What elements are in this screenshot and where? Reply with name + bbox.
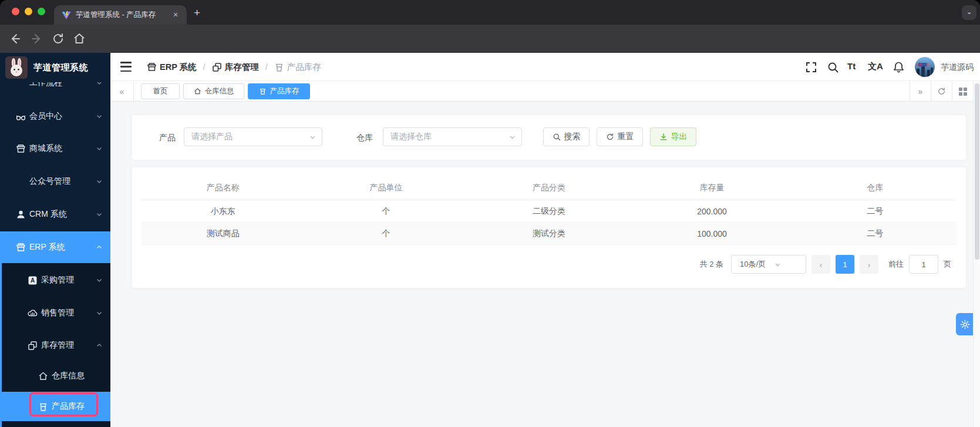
scrollbar-thumb[interactable] xyxy=(975,83,979,260)
boxes-icon xyxy=(28,341,38,351)
table-card: 产品名称 产品单位 产品分类 库存量 仓库 小东东 个 二级分类 200.000… xyxy=(132,167,966,288)
product-select[interactable]: 请选择产品 xyxy=(184,127,322,146)
tab-close-icon[interactable]: × xyxy=(170,10,181,21)
cell-product-unit: 个 xyxy=(305,206,468,217)
export-button[interactable]: 导出 xyxy=(650,127,696,146)
collapse-menu-icon[interactable] xyxy=(120,62,132,72)
purchase-icon: A xyxy=(28,275,38,285)
chevron-down-icon xyxy=(309,134,316,140)
cell-product-name: 小东东 xyxy=(142,206,305,217)
table-row[interactable]: 测试商品 个 测试分类 100.000 二号 xyxy=(142,223,957,245)
sidebar-item-mall[interactable]: 商城系统 xyxy=(0,133,110,164)
warehouse-select[interactable]: 请选择仓库 xyxy=(383,127,522,146)
column-header: 仓库 xyxy=(793,183,957,193)
tag-product-stock[interactable]: 产品库存 xyxy=(248,83,310,99)
goto-label: 前往 xyxy=(888,259,904,270)
tab-search-chevron-button[interactable]: ⌄ xyxy=(962,5,976,20)
gear-icon xyxy=(960,320,970,330)
sidebar-item-warehouse-info[interactable]: 仓库信息 xyxy=(0,361,110,391)
next-page-button[interactable]: › xyxy=(860,255,878,274)
app-logo-rabbit xyxy=(5,56,28,79)
cell-product-category: 测试分类 xyxy=(467,228,631,239)
search-button[interactable]: 搜索 xyxy=(543,127,590,146)
warehouse-filter-label: 仓库 xyxy=(356,133,373,143)
sidebar-item-crm[interactable]: CRM 系统 xyxy=(0,199,110,230)
sidebar: 芋道管理系统 工作流程 会员中心 商城系统 公众号管理 xyxy=(0,53,110,427)
chevron-down-icon xyxy=(96,310,102,316)
font-size-icon[interactable]: Tt xyxy=(847,61,856,71)
chevron-down-icon xyxy=(774,261,801,268)
annotation-highlight-box xyxy=(29,392,98,416)
stock-table: 产品名称 产品单位 产品分类 库存量 仓库 小东东 个 二级分类 200.000… xyxy=(142,176,957,245)
zoom-window-button[interactable] xyxy=(38,8,45,15)
tags-view-bar: « 首页 仓库信息 产品库存 » xyxy=(110,81,980,102)
sidebar-item-erp[interactable]: ERP 系统 xyxy=(0,231,110,263)
chevron-up-icon xyxy=(96,244,102,250)
new-tab-button[interactable]: + xyxy=(194,8,200,18)
tags-scroll-right-icon[interactable]: » xyxy=(910,81,931,102)
sidebar-item-sales[interactable]: 销售管理 xyxy=(0,298,110,328)
language-icon[interactable]: 文A xyxy=(868,61,883,72)
breadcrumb-item-product-stock: 产品库存 xyxy=(274,62,321,73)
tag-home[interactable]: 首页 xyxy=(141,83,180,99)
page-size-select[interactable]: 10条/页 xyxy=(731,255,806,274)
cell-product-name: 测试商品 xyxy=(142,228,305,239)
product-select-placeholder: 请选择产品 xyxy=(191,132,309,142)
minimize-window-button[interactable] xyxy=(25,8,32,15)
sidebar-item-member[interactable]: 会员中心 xyxy=(0,101,110,132)
pagination: 共 2 条 10条/页 ‹ 1 › 前往 页 xyxy=(700,255,951,274)
chevron-down-icon xyxy=(96,146,102,152)
tag-warehouse-info[interactable]: 仓库信息 xyxy=(183,83,244,99)
macos-window-controls[interactable] xyxy=(12,8,45,15)
table-row[interactable]: 小东东 个 二级分类 200.000 二号 xyxy=(142,200,957,223)
main-area: ERP 系统 / 库存管理 / 产品库存 Tt 文A xyxy=(110,53,980,427)
store-icon xyxy=(16,243,26,253)
current-page-button[interactable]: 1 xyxy=(836,255,854,274)
breadcrumb-item-erp[interactable]: ERP 系统 xyxy=(147,62,197,73)
tags-scroll-left-icon[interactable]: « xyxy=(110,81,134,102)
sidebar-item-stock-mgmt[interactable]: 库存管理 xyxy=(0,330,110,361)
member-icon xyxy=(16,112,26,122)
user-avatar[interactable]: 文电一通 xyxy=(915,57,935,77)
breadcrumb-item-stock-mgmt[interactable]: 库存管理 xyxy=(212,62,259,73)
forward-button[interactable] xyxy=(31,32,43,45)
user-name: 芋道源码 xyxy=(941,62,974,73)
browser-tab[interactable]: 芋道管理系统 - 产品库存 × xyxy=(54,5,187,25)
close-window-button[interactable] xyxy=(12,8,19,15)
fullscreen-icon[interactable] xyxy=(805,61,817,73)
home-button[interactable] xyxy=(73,32,86,45)
refresh-page-icon[interactable] xyxy=(931,81,952,102)
page-scrollbar[interactable] xyxy=(973,81,980,427)
reset-button[interactable]: 重置 xyxy=(597,127,643,146)
pagination-total: 共 2 条 xyxy=(700,259,723,270)
goto-page-input[interactable] xyxy=(909,255,938,274)
sidebar-item-purchase[interactable]: A 采购管理 xyxy=(0,265,110,295)
cell-warehouse: 二号 xyxy=(793,228,957,239)
web-page: 芋道管理系统 工作流程 会员中心 商城系统 公众号管理 xyxy=(0,53,980,427)
theme-settings-button[interactable] xyxy=(956,313,974,335)
layout-grid-icon[interactable] xyxy=(952,81,973,102)
store-icon xyxy=(16,144,26,154)
content-area: 产品 请选择产品 仓库 请选择仓库 搜索 xyxy=(110,102,980,427)
browser-tab-strip: 芋道管理系统 - 产品库存 × + ⌄ xyxy=(0,0,980,25)
breadcrumb: ERP 系统 / 库存管理 / 产品库存 xyxy=(147,53,321,81)
page-header: ERP 系统 / 库存管理 / 产品库存 Tt 文A xyxy=(110,53,980,81)
prev-page-button[interactable]: ‹ xyxy=(811,255,830,274)
cell-warehouse: 二号 xyxy=(793,206,957,217)
chevron-down-icon xyxy=(509,134,516,140)
column-header: 库存量 xyxy=(631,183,794,193)
app-logo-row[interactable]: 芋道管理系统 xyxy=(0,53,110,82)
person-icon xyxy=(16,210,26,220)
sidebar-item-wechat[interactable]: 公众号管理 xyxy=(0,166,110,197)
tags-view-controls: » xyxy=(910,81,973,102)
home-icon xyxy=(38,371,48,381)
browser-toolbar: 127.0.0.1/erp/stock/stock 6 重新 xyxy=(0,25,980,53)
chevron-down-icon xyxy=(96,211,102,217)
reload-button[interactable] xyxy=(52,32,65,45)
column-header: 产品单位 xyxy=(305,183,468,193)
table-header-row: 产品名称 产品单位 产品分类 库存量 仓库 xyxy=(142,176,957,200)
bell-icon[interactable] xyxy=(893,61,905,73)
search-icon[interactable] xyxy=(827,61,839,73)
cell-stock-count: 100.000 xyxy=(631,229,794,238)
back-button[interactable] xyxy=(8,32,21,45)
